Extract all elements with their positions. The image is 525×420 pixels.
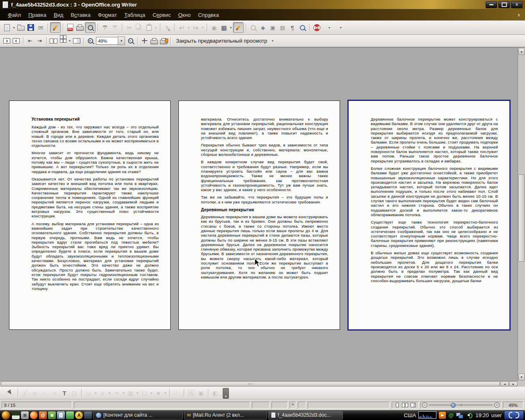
redo-button[interactable]: ↪ [191,23,201,32]
zoom-slider-handle[interactable] [451,403,456,408]
stars-button[interactable]: ★ [153,388,163,398]
basic-shapes-button[interactable]: ◇ [84,388,94,398]
previous-page-button[interactable]: ◂ [2,37,11,46]
zoom-level-combobox[interactable]: 49% ▾ [96,37,125,45]
vertical-scrollbar[interactable]: ▴ ▾ [518,48,525,381]
scroll-down-button[interactable]: ▾ [518,374,525,381]
zoom-in-button[interactable]: + [86,37,95,46]
launcher-music-keys-icon[interactable] [12,411,20,419]
paste-button[interactable] [144,23,154,32]
full-screen-button[interactable] [140,37,149,46]
select-tool-button[interactable] [6,388,16,398]
vertical-scrollbar-thumb[interactable] [518,174,525,262]
help-button[interactable] [312,23,322,32]
page-indicator[interactable]: 9 / 15 [2,402,72,409]
zoom-slider-plus-button[interactable]: + [494,402,500,408]
toolbar-options-icon-2[interactable]: ▾ [339,26,343,30]
single-page-view-button[interactable] [394,402,400,408]
mailru-tray-icon[interactable]: @ [448,412,454,418]
maximize-button[interactable] [498,1,510,8]
new-document-dropdown-icon[interactable]: ▾ [12,26,16,30]
block-arrows-button[interactable]: ⇒ [112,388,121,398]
system-monitor-widget[interactable] [418,411,436,419]
line-tool-button[interactable]: ╱ [20,388,30,398]
show-draw-functions-button[interactable] [233,22,244,33]
two-pages-button[interactable] [49,37,58,46]
redo-dropdown-icon[interactable]: ▾ [201,26,205,30]
print-button[interactable] [75,23,85,32]
block-arrows-dropdown-icon[interactable]: ▾ [121,391,126,395]
multiple-pages-button[interactable] [58,37,68,46]
undo-button[interactable]: ↩ [177,23,187,32]
taskbar-window-mailru[interactable]: ✉ [Mail.Ru Агент (2 вкл... [184,411,267,420]
zoom-level-value[interactable]: 49% [96,37,118,45]
calculator-icon[interactable]: ▦ [21,411,29,419]
insert-table-button[interactable]: ▦ [219,23,229,32]
preview-toolbar-options-icon[interactable]: ▾ [270,39,274,43]
launcher-phone-icon[interactable] [66,411,74,419]
clone-formatting-button[interactable] [162,23,172,32]
flowchart-button[interactable]: ▥ [126,388,135,398]
data-sources-button[interactable]: ▤ [278,23,288,32]
find-replace-button[interactable] [248,23,258,32]
horizontal-scrollbar-thumb[interactable] [1,381,500,386]
user-switcher[interactable]: user [491,412,502,418]
scroll-left-button[interactable]: ◂ [500,381,509,386]
taskbar-window-writer[interactable]: f_4aae5b43252d3.doc... [268,411,343,420]
menu-table[interactable]: Таблица [121,11,149,19]
edit-points-button[interactable]: ∴ [172,388,182,398]
network-tray-icon[interactable] [456,413,463,418]
menu-help[interactable]: Справка [194,11,223,19]
edit-mode-button[interactable] [50,22,61,33]
page-preview-button[interactable] [85,22,96,33]
navigator-button[interactable]: ◆ [258,23,268,32]
hyperlink-button[interactable]: ◉ [209,23,219,32]
print-options-button[interactable] [159,37,168,46]
menu-edit[interactable]: Правка [25,11,50,19]
ellipse-tool-button[interactable]: ○ [40,388,50,398]
new-document-button[interactable] [2,23,12,32]
volume-tray-icon[interactable] [466,413,470,417]
symbol-shapes-button[interactable]: ☺ [98,388,107,398]
callout-tool-button[interactable]: ▢ [69,388,79,398]
zoom-combobox-dropdown-icon[interactable]: ▾ [118,37,125,45]
text-box-tool-button[interactable]: T [59,388,69,398]
zoom-percentage[interactable]: 49% [503,402,523,409]
zoom-slider-minus-button[interactable]: − [422,402,427,408]
zoom-tool-button[interactable] [297,23,307,32]
first-page-button[interactable]: ⇤ [25,37,35,46]
scroll-right-button[interactable]: ▸ [509,381,518,386]
zoom-out-button[interactable]: − [126,37,135,46]
email-button[interactable]: ✉ [36,23,46,32]
basic-shapes-dropdown-icon[interactable]: ▾ [94,391,98,395]
minimize-button[interactable] [486,1,497,8]
toolbar-options-icon-1[interactable]: ▾ [327,26,331,30]
menu-view[interactable]: Вид [50,11,67,19]
horizontal-scrollbar[interactable]: ◂ ▸ [0,381,518,387]
fontwork-button[interactable]: A [186,388,196,398]
callout-shapes-button[interactable]: ▢ [139,388,149,398]
stars-dropdown-icon[interactable]: ▾ [163,391,167,395]
book-preview-button[interactable] [72,37,81,46]
mailru-agent-icon[interactable]: @ [39,411,47,419]
last-page-button[interactable]: ⇥ [35,37,44,46]
copy-button[interactable] [134,23,144,32]
cut-button[interactable]: ✂ [124,23,134,32]
close-preview-button[interactable]: Закрыть предварительный просмотр [173,37,270,45]
aimp-icon[interactable]: A [75,411,83,419]
keyboard-layout-indicator[interactable]: США [404,412,416,418]
scroll-up-button[interactable]: ▴ [518,48,525,55]
clock[interactable]: 19:20 [475,412,489,418]
player-tray-icon[interactable]: ▶ [439,412,446,419]
multi-page-view-button[interactable] [402,402,408,408]
print-page-view-button[interactable] [149,37,159,46]
export-pdf-button[interactable]: PDF [65,23,75,32]
drawbar-overflow-button[interactable]: ▾ [223,388,229,399]
close-document-icon[interactable]: x [516,12,522,18]
taskbar-window-content[interactable]: [Контент для сайта ... [93,411,183,420]
zoom-slider-track[interactable] [429,405,493,405]
gallery-button[interactable]: ▣ [268,23,278,32]
insert-picture-button[interactable]: ▣ [196,388,206,398]
book-view-button[interactable] [410,402,416,408]
symbol-shapes-dropdown-icon[interactable]: ▾ [107,391,112,395]
